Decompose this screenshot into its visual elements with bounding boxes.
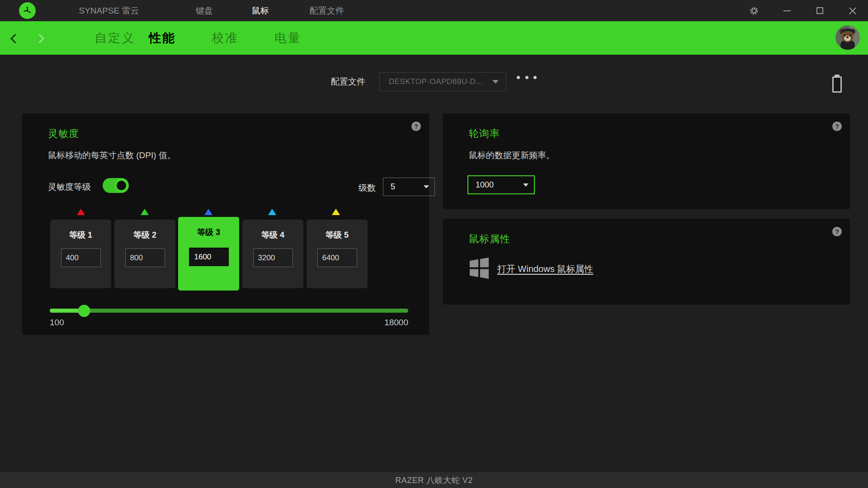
open-windows-mouse-properties-link[interactable]: 打开 Windows 鼠标属性 bbox=[497, 263, 593, 275]
sensitivity-description: 鼠标移动的每英寸点数 (DPI) 值。 bbox=[48, 150, 176, 161]
stage1-marker-icon bbox=[77, 209, 85, 215]
tab-performance[interactable]: 性能 bbox=[149, 21, 176, 55]
stage3-marker-icon bbox=[204, 209, 212, 215]
tab-calibration[interactable]: 校准 bbox=[212, 21, 239, 55]
menu-mouse[interactable]: 鼠标 bbox=[252, 0, 269, 21]
stage-card-3-selected[interactable]: 等级 3 bbox=[178, 217, 239, 291]
sensitivity-title: 灵敏度 bbox=[48, 127, 79, 141]
minimize-button[interactable] bbox=[777, 0, 797, 21]
tab-customize[interactable]: 自定义 bbox=[94, 21, 135, 55]
polling-rate-description: 鼠标的数据更新频率。 bbox=[469, 150, 555, 161]
close-button[interactable] bbox=[842, 0, 863, 21]
avatar-image bbox=[835, 25, 860, 50]
settings-gear-icon[interactable] bbox=[744, 0, 764, 21]
profile-dropdown-value: DESKTOP-OAPD69U-D... bbox=[389, 77, 492, 86]
stage2-marker-icon bbox=[141, 209, 149, 215]
minimize-icon bbox=[783, 10, 791, 11]
menu-synapse[interactable]: SYNAPSE 雷云 bbox=[79, 0, 139, 21]
chevron-down-icon bbox=[424, 185, 429, 188]
stage5-marker-icon bbox=[332, 209, 340, 215]
stage-card-2[interactable]: 等级 2 bbox=[114, 220, 175, 288]
profile-more-button[interactable] bbox=[517, 76, 537, 79]
stages-toggle[interactable] bbox=[103, 178, 129, 193]
mouse-properties-panel: ? 鼠标属性 打开 Windows 鼠标属性 bbox=[443, 219, 850, 305]
stage-card-1[interactable]: 等级 1 bbox=[50, 220, 111, 288]
windows-logo-icon bbox=[469, 257, 490, 281]
polling-rate-panel: ? 轮询率 鼠标的数据更新频率。 1000 bbox=[443, 113, 850, 209]
stage5-dpi-input[interactable] bbox=[317, 249, 357, 267]
sensitivity-panel: ? 灵敏度 鼠标移动的每英寸点数 (DPI) 值。 灵敏度等级 级数 5 等级 … bbox=[22, 113, 429, 335]
stage-count-dropdown[interactable]: 5 bbox=[383, 178, 435, 196]
device-name: RAZER 八岐大蛇 V2 bbox=[395, 475, 473, 486]
polling-rate-value: 1000 bbox=[476, 180, 523, 190]
profile-label: 配置文件 bbox=[331, 76, 365, 88]
stage-count-value: 5 bbox=[391, 182, 424, 192]
device-navbar: 自定义 性能 校准 电量 bbox=[0, 21, 868, 55]
maximize-button[interactable] bbox=[809, 0, 830, 21]
stage-card-5[interactable]: 等级 5 bbox=[307, 220, 368, 288]
back-arrow-icon[interactable] bbox=[10, 34, 20, 43]
stage1-dpi-input[interactable] bbox=[61, 249, 101, 267]
toggle-knob bbox=[114, 178, 128, 192]
menu-profiles[interactable]: 配置文件 bbox=[310, 0, 344, 21]
stage-card-4[interactable]: 等级 4 bbox=[242, 220, 303, 288]
dpi-max-label: 18000 bbox=[384, 318, 408, 328]
titlebar: SYNAPSE 雷云 键盘 鼠标 配置文件 bbox=[0, 0, 868, 21]
mouse-properties-title: 鼠标属性 bbox=[469, 232, 510, 246]
user-avatar[interactable] bbox=[835, 25, 860, 50]
dpi-slider-handle[interactable] bbox=[78, 305, 90, 317]
razer-synapse-window: SYNAPSE 雷云 键盘 鼠标 配置文件 自定义 性能 校准 电量 bbox=[0, 0, 868, 488]
profile-dropdown[interactable]: DESKTOP-OAPD69U-D... bbox=[379, 72, 506, 91]
stage4-marker-icon bbox=[268, 209, 276, 215]
tab-power[interactable]: 电量 bbox=[274, 21, 302, 55]
help-icon[interactable]: ? bbox=[832, 122, 842, 131]
polling-rate-title: 轮询率 bbox=[469, 127, 500, 141]
maximize-icon bbox=[816, 7, 823, 14]
stage2-dpi-input[interactable] bbox=[125, 249, 165, 267]
stage-count-label: 级数 bbox=[359, 182, 376, 194]
stage3-dpi-input[interactable] bbox=[189, 248, 229, 266]
dpi-min-label: 100 bbox=[50, 318, 64, 328]
battery-status-icon bbox=[832, 75, 842, 93]
menu-keyboard[interactable]: 键盘 bbox=[196, 0, 213, 21]
device-statusbar: RAZER 八岐大蛇 V2 bbox=[0, 472, 868, 488]
chevron-down-icon bbox=[492, 80, 499, 84]
dpi-slider[interactable] bbox=[50, 309, 408, 313]
polling-rate-dropdown[interactable]: 1000 bbox=[467, 175, 535, 194]
close-icon bbox=[849, 7, 857, 15]
chevron-down-icon bbox=[523, 183, 528, 187]
help-icon[interactable]: ? bbox=[411, 122, 421, 131]
stage4-dpi-input[interactable] bbox=[253, 249, 293, 267]
forward-arrow-icon[interactable] bbox=[35, 34, 44, 43]
razer-logo-icon[interactable] bbox=[19, 2, 36, 19]
help-icon[interactable]: ? bbox=[832, 227, 842, 236]
stages-toggle-label: 灵敏度等级 bbox=[48, 181, 91, 193]
